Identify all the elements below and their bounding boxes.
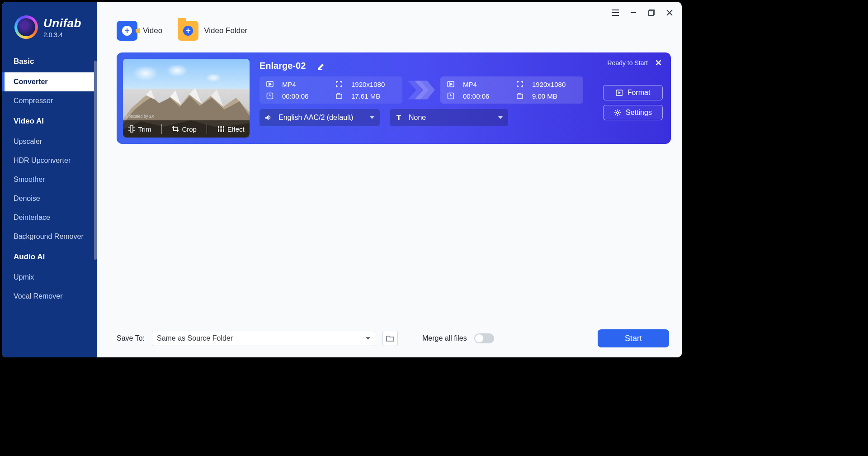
svg-marker-51 [366, 337, 370, 340]
sidebar-item-denoise[interactable]: Denoise [2, 189, 97, 208]
arrow-icon [408, 77, 435, 103]
minimize-button[interactable] [629, 9, 637, 17]
save-to-label: Save To: [117, 334, 145, 342]
subtitle-select[interactable]: None [390, 109, 508, 126]
add-video-label: Video [143, 26, 162, 35]
effect-button[interactable]: Effect [217, 125, 245, 133]
sidebar-item-upmix[interactable]: Upmix [2, 268, 97, 287]
footer-bar: Save To: Same as Source Folder Merge all… [97, 323, 682, 357]
app-logo-block: Unifab 2.0.3.4 [2, 2, 97, 51]
trim-button[interactable]: Trim [128, 125, 151, 133]
card-actions: Ready to Start ✕ Format Settings [583, 52, 663, 144]
trim-label: Trim [138, 125, 151, 133]
clock-icon [447, 92, 455, 100]
save-to-select[interactable]: Same as Source Folder [152, 331, 375, 346]
play-square-icon [616, 89, 623, 96]
output-resolution: 1920x1080 [532, 81, 577, 88]
file-name: Enlarge-02 [259, 61, 306, 71]
sidebar-item-hdr-upconverter[interactable]: HDR Upconverter [2, 151, 97, 170]
svg-rect-20 [218, 126, 219, 128]
sidebar-item-compressor[interactable]: Compressor [2, 91, 97, 110]
svg-line-50 [615, 114, 616, 115]
menu-button[interactable] [611, 9, 619, 17]
output-duration: 00:00:06 [463, 92, 508, 100]
chevron-down-icon [366, 337, 370, 340]
subtitle-label: None [409, 114, 426, 122]
add-toolbar: + Video + Video Folder [97, 2, 682, 43]
pencil-icon [317, 62, 326, 70]
merge-label: Merge all files [422, 334, 467, 342]
play-icon [447, 80, 455, 88]
folder-icon [386, 335, 394, 342]
task-status: Ready to Start [608, 59, 648, 66]
crop-button[interactable]: Crop [172, 125, 197, 133]
file-icon [516, 92, 524, 100]
input-size: 17.61 MB [351, 92, 396, 100]
chevron-down-icon [498, 116, 503, 119]
crop-icon [172, 125, 179, 133]
app-version: 2.0.3.4 [43, 31, 81, 38]
format-button[interactable]: Format [603, 85, 663, 100]
card-details: Enlarge-02 MP4 1920x1080 00:00:06 1 [250, 52, 583, 144]
expand-icon [335, 80, 343, 88]
expand-icon [516, 80, 524, 88]
add-video-button[interactable]: + Video [117, 21, 162, 41]
input-properties: MP4 1920x1080 00:00:06 17.61 MB [259, 76, 402, 104]
task-card: Upscaled by 2X Trim Crop [117, 52, 671, 144]
save-to-value: Same as Source Folder [157, 334, 233, 342]
svg-line-47 [615, 110, 616, 111]
add-folder-icon: + [178, 21, 198, 41]
input-resolution: 1920x1080 [351, 81, 396, 88]
effect-icon [217, 125, 225, 133]
merge-toggle[interactable] [474, 333, 494, 343]
svg-line-48 [619, 114, 620, 115]
sidebar-item-smoother[interactable]: Smoother [2, 170, 97, 189]
remove-task-button[interactable]: ✕ [655, 58, 662, 68]
play-icon [266, 80, 274, 88]
svg-rect-15 [130, 126, 133, 132]
app-name: Unifab [43, 16, 81, 30]
svg-marker-38 [370, 116, 374, 119]
sidebar-item-deinterlace[interactable]: Deinterlace [2, 208, 97, 227]
start-button[interactable]: Start [598, 329, 669, 347]
crop-label: Crop [182, 125, 197, 133]
svg-rect-21 [220, 126, 222, 128]
audio-track-select[interactable]: English AAC/2 (default) [259, 109, 380, 126]
svg-line-49 [619, 110, 620, 111]
start-label: Start [625, 334, 642, 343]
speaker-icon [265, 114, 272, 121]
output-size: 9.00 MB [532, 92, 577, 100]
thumb-tools: Trim Crop Effect [123, 120, 250, 138]
output-format: MP4 [463, 81, 508, 88]
add-folder-button[interactable]: + Video Folder [178, 21, 247, 41]
chevron-down-icon [370, 116, 374, 119]
clock-icon [266, 92, 274, 100]
maximize-button[interactable] [647, 9, 656, 17]
window-controls [611, 6, 674, 19]
sidebar-section-video-ai: Video AI [2, 110, 97, 132]
sidebar-item-vocal-remover[interactable]: Vocal Remover [2, 287, 97, 306]
audio-track-label: English AAC/2 (default) [278, 114, 353, 122]
sidebar-item-converter[interactable]: Converter [2, 72, 97, 91]
file-icon [335, 92, 343, 100]
effect-label: Effect [227, 125, 245, 133]
trim-icon [128, 125, 135, 133]
output-properties: MP4 1920x1080 00:00:06 9.00 MB [440, 76, 583, 104]
sidebar-item-background-remover[interactable]: Background Remover [2, 227, 97, 246]
format-label: Format [627, 89, 651, 97]
sidebar: Unifab 2.0.3.4 Basic Converter Compresso… [2, 2, 97, 357]
rename-button[interactable] [317, 62, 326, 70]
add-video-icon: + [117, 21, 137, 41]
sidebar-item-upscaler[interactable]: Upscaler [2, 132, 97, 151]
close-window-button[interactable] [665, 9, 674, 17]
settings-button[interactable]: Settings [603, 105, 663, 120]
input-format: MP4 [282, 81, 327, 88]
svg-rect-5 [649, 11, 653, 15]
browse-folder-button[interactable] [382, 331, 398, 346]
svg-point-42 [617, 112, 618, 114]
svg-marker-39 [498, 116, 503, 119]
text-icon [395, 114, 402, 121]
svg-rect-22 [223, 126, 224, 128]
video-thumbnail[interactable]: Upscaled by 2X Trim Crop [123, 59, 250, 138]
app-logo-icon [14, 15, 38, 39]
